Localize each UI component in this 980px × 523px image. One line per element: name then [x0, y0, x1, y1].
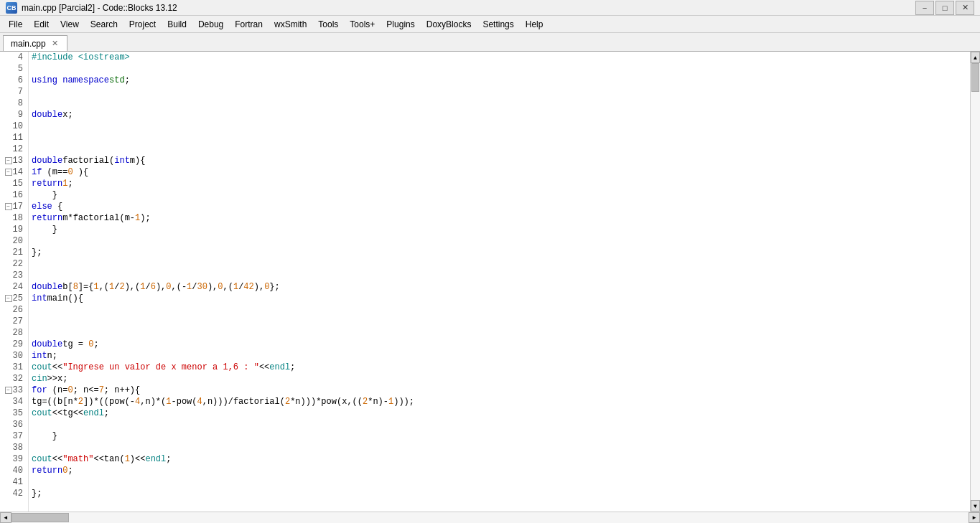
code-line-23 — [32, 270, 967, 281]
vertical-scrollbar[interactable]: ▲ ▼ — [970, 52, 980, 512]
code-line-30: int n; — [32, 350, 967, 362]
line-number-18: 18 — [3, 212, 25, 224]
line-number-26: 26 — [3, 304, 25, 316]
line-number-9: 9 — [3, 109, 25, 121]
line-number-39: 39 — [3, 453, 25, 465]
line-number-19: 19 — [3, 224, 25, 235]
menu-plugins[interactable]: Plugins — [381, 17, 420, 32]
menu-wxsmith[interactable]: wxSmith — [269, 17, 312, 32]
menu-doxyblocks[interactable]: DoxyBlocks — [421, 17, 477, 32]
code-line-8 — [32, 98, 967, 109]
code-line-41 — [32, 476, 967, 488]
menu-search[interactable]: Search — [85, 17, 123, 32]
code-line-26 — [32, 304, 967, 316]
line-number-33: −33 — [3, 385, 25, 396]
line-number-36: 36 — [3, 419, 25, 430]
line-number-4: 4 — [3, 52, 25, 63]
fold-button-17[interactable]: − — [5, 203, 12, 210]
line-number-6: 6 — [3, 75, 25, 86]
fold-button-14[interactable]: − — [5, 169, 12, 176]
line-number-11: 11 — [3, 132, 25, 143]
line-number-27: 27 — [3, 316, 25, 327]
code-line-37: } — [32, 430, 967, 442]
menu-file[interactable]: File — [3, 17, 28, 32]
h-scroll-track — [11, 512, 969, 523]
code-line-25: int main(){ — [32, 293, 967, 304]
line-number-29: 29 — [3, 339, 25, 350]
code-line-36 — [32, 419, 967, 430]
tab-close-button[interactable]: ✕ — [50, 39, 60, 48]
menu-debug[interactable]: Debug — [192, 17, 229, 32]
code-line-40: return 0; — [32, 465, 967, 476]
line-number-24: 24 — [3, 281, 25, 293]
line-number-28: 28 — [3, 327, 25, 339]
code-content: #include <iostream> using namespace std;… — [29, 52, 970, 499]
line-number-16: 16 — [3, 189, 25, 201]
fold-button-25[interactable]: − — [5, 295, 12, 302]
code-line-16: } — [32, 189, 967, 201]
line-number-30: 30 — [3, 350, 25, 362]
code-line-10 — [32, 121, 967, 132]
line-number-41: 41 — [3, 476, 25, 488]
scroll-thumb[interactable] — [971, 63, 979, 92]
code-line-6: using namespace std; — [32, 75, 967, 86]
menu-edit[interactable]: Edit — [28, 17, 55, 32]
line-number-14: −14 — [3, 166, 25, 178]
code-line-35: cout<<tg<<endl; — [32, 407, 967, 419]
code-line-31: cout<<"Ingrese un valor de x menor a 1,6… — [32, 362, 967, 373]
scroll-up-arrow[interactable]: ▲ — [971, 52, 980, 63]
line-number-20: 20 — [3, 235, 25, 247]
code-line-9: double x; — [32, 109, 967, 121]
tab-main-cpp[interactable]: main.cpp ✕ — [3, 35, 67, 51]
line-number-12: 12 — [3, 143, 25, 155]
menu-tools[interactable]: Tools — [312, 17, 344, 32]
scroll-left-arrow[interactable]: ◄ — [0, 512, 11, 523]
minimize-button[interactable]: − — [915, 1, 934, 15]
menu-bar: File Edit View Search Project Build Debu… — [0, 16, 980, 33]
line-number-25: −25 — [3, 293, 25, 304]
scroll-down-arrow[interactable]: ▼ — [971, 500, 980, 512]
line-number-17: −17 — [3, 201, 25, 212]
code-line-7 — [32, 86, 967, 98]
menu-settings[interactable]: Settings — [477, 17, 519, 32]
close-button[interactable]: ✕ — [956, 1, 974, 15]
code-line-15: return 1; — [32, 178, 967, 189]
menu-project[interactable]: Project — [123, 17, 162, 32]
code-line-20 — [32, 235, 967, 247]
line-number-5: 5 — [3, 63, 25, 75]
menu-view[interactable]: View — [55, 17, 85, 32]
scroll-track — [971, 63, 980, 500]
menu-toolsplus[interactable]: Tools+ — [344, 17, 381, 32]
maximize-button[interactable]: □ — [935, 1, 954, 15]
scroll-right-arrow[interactable]: ► — [969, 512, 980, 523]
menu-fortran[interactable]: Fortran — [229, 17, 269, 32]
fold-button-33[interactable]: − — [5, 387, 12, 394]
code-line-12 — [32, 143, 967, 155]
line-number-32: 32 — [3, 373, 25, 385]
line-number-38: 38 — [3, 442, 25, 453]
line-number-40: 40 — [3, 465, 25, 476]
h-scroll-thumb[interactable] — [11, 513, 69, 522]
code-line-33: for (n=0; n<=7; n++){ — [32, 385, 967, 396]
code-area[interactable]: #include <iostream> using namespace std;… — [29, 52, 970, 512]
code-line-42: }; — [32, 488, 967, 499]
line-number-21: 21 — [3, 247, 25, 258]
code-line-13: double factorial(int m){ — [32, 155, 967, 166]
menu-build[interactable]: Build — [162, 17, 192, 32]
horizontal-scrollbar[interactable]: ◄ ► — [0, 512, 980, 523]
code-line-28 — [32, 327, 967, 339]
code-line-17: else { — [32, 201, 967, 212]
fold-button-13[interactable]: − — [5, 157, 12, 164]
line-number-23: 23 — [3, 270, 25, 281]
menu-help[interactable]: Help — [520, 17, 549, 32]
line-number-35: 35 — [3, 407, 25, 419]
code-line-29: double tg = 0; — [32, 339, 967, 350]
code-line-18: return m*factorial(m-1); — [32, 212, 967, 224]
line-number-31: 31 — [3, 362, 25, 373]
tab-label: main.cpp — [11, 39, 46, 49]
line-number-37: 37 — [3, 430, 25, 442]
code-line-14: if (m==0 ){ — [32, 166, 967, 178]
line-number-22: 22 — [3, 258, 25, 270]
code-line-22 — [32, 258, 967, 270]
code-line-39: cout<<"math"<<tan(1)<<endl; — [32, 453, 967, 465]
